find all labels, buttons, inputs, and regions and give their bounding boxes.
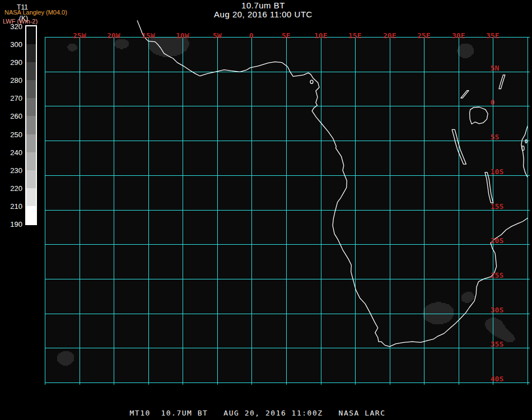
lat-label-5S: 5S xyxy=(491,133,500,141)
lat-label-5N: 5N xyxy=(491,64,500,72)
footer-caption: MT10 10.7UM BT AUG 20, 2016 11:00Z NASA … xyxy=(0,409,515,417)
lon-label-25E: 25E xyxy=(412,32,436,39)
colorbar-tick-260: 260 xyxy=(0,113,22,120)
lat-label-35S: 35S xyxy=(491,340,503,348)
lat-label-15S: 15S xyxy=(491,203,503,210)
lon-label-5W: 5W xyxy=(205,32,230,39)
colorbar-tick-230: 230 xyxy=(0,167,22,175)
map-area: 25W20W15W10W5W05E10E15E20E25E30E35E5N05S… xyxy=(45,37,528,382)
temperature-colorbar xyxy=(25,25,37,225)
colorbar-tick-250: 250 xyxy=(0,131,22,139)
lon-label-20W: 20W xyxy=(101,32,126,39)
colorbar-segment xyxy=(26,80,36,98)
colorbar-segment xyxy=(26,152,36,170)
colorbar-segment xyxy=(26,62,36,80)
lon-label-35E: 35E xyxy=(480,32,505,39)
lon-label-5E: 5E xyxy=(274,32,298,39)
colorbar-segment xyxy=(26,98,36,116)
colorbar-tick-190: 190 xyxy=(0,221,22,228)
lon-label-20E: 20E xyxy=(377,32,402,39)
colorbar-tick-220: 220 xyxy=(0,185,22,193)
colorbar-tick-320: 320 xyxy=(0,23,22,31)
lon-label-15E: 15E xyxy=(343,32,367,39)
colorbar-segment xyxy=(26,116,36,134)
lon-label-0: 0 xyxy=(239,32,264,39)
lon-label-10W: 10W xyxy=(170,32,195,39)
colorbar-tick-280: 280 xyxy=(0,77,22,85)
lat-label-30S: 30S xyxy=(491,306,503,314)
colorbar-segment xyxy=(26,44,36,62)
colorbar-segment xyxy=(26,26,36,44)
coastline-overlay xyxy=(45,20,528,385)
lon-label-15W: 15W xyxy=(136,32,161,39)
lat-label-40S: 40S xyxy=(491,375,503,382)
colorbar-segment xyxy=(26,188,36,206)
colorbar-tick-210: 210 xyxy=(0,203,22,211)
image-timestamp: Aug 20, 2016 11:00 UTC xyxy=(0,10,526,18)
lon-label-25W: 25W xyxy=(67,32,92,39)
lon-label-10E: 10E xyxy=(309,32,333,39)
colorbar-tick-290: 290 xyxy=(0,59,22,67)
colorbar-tick-300: 300 xyxy=(0,41,22,49)
lat-label-25S: 25S xyxy=(491,272,503,279)
lat-label-10S: 10S xyxy=(491,168,503,175)
colorbar-segment xyxy=(26,170,36,188)
image-title: 10.7um BT xyxy=(0,1,526,10)
colorbar-tick-240: 240 xyxy=(0,149,22,157)
lat-label-0: 0 xyxy=(491,99,495,106)
colorbar-segment xyxy=(26,206,36,224)
colorbar-segment xyxy=(26,134,36,152)
lat-label-20S: 20S xyxy=(491,237,503,244)
colorbar-tick-270: 270 xyxy=(0,95,22,102)
lon-label-30E: 30E xyxy=(446,32,471,39)
colorbar-tick-labels: 320300290280270260250240230220210190 xyxy=(0,0,22,235)
satellite-product-viewer: T11 NASA Langley (M04.0) (K) LWF (Wm-2) … xyxy=(0,0,532,420)
grid-meridian xyxy=(528,37,528,385)
